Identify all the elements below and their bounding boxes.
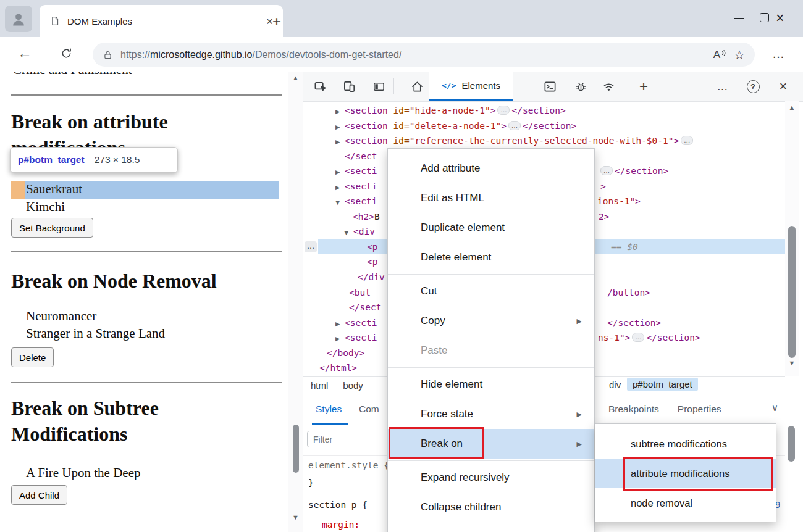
web-page-content: Crime and Punishment Break on attribute … [0,72,288,532]
tab-computed[interactable]: Com [359,404,379,415]
node-actions-icon[interactable]: … [305,241,317,252]
disclosure-arrow-icon[interactable]: ▼ [335,195,345,210]
close-devtools-icon[interactable]: × [775,79,791,94]
disclosure-arrow-icon[interactable]: ▶ [335,104,345,120]
delete-button[interactable]: Delete [11,347,54,367]
inline-expand-icon[interactable]: … [600,166,613,175]
disclosure-arrow-icon[interactable]: ▶ [335,135,345,150]
rule-element-style[interactable]: element.style { [308,458,389,473]
disclosure-arrow-icon[interactable]: ▶ [335,120,345,135]
menu-item-hide-element[interactable]: Hide element [388,370,594,399]
menu-item-duplicate-element[interactable]: Duplicate element [388,213,594,243]
read-aloud-icon[interactable]: A [713,49,726,61]
set-background-button[interactable]: Set Background [11,218,93,238]
new-tab-button[interactable]: + [272,14,281,29]
menu-item-expand-recursively[interactable]: Expand recursively [388,463,594,493]
dom-tree-row[interactable]: ▶<section id="hide-a-node-1">…</section> [303,103,785,118]
more-options-icon[interactable]: … [715,79,731,94]
menu-item-paste[interactable]: Paste [388,336,594,365]
window-close-button[interactable]: × [776,10,784,27]
inline-expand-icon[interactable]: … [681,136,693,145]
code-token: </section> [615,166,668,176]
dom-tree-row[interactable]: ▶<section id="delete-a-node-1">…</sectio… [303,118,785,134]
settings-more-icon[interactable]: … [772,47,785,61]
menu-item-cut[interactable]: Cut [388,276,594,306]
favorites-star-icon[interactable]: ☆ [734,48,745,62]
devtools-scrollbar[interactable]: ▲ ▼ [785,101,799,376]
scrollbar-thumb[interactable] [293,425,299,473]
dock-side-icon[interactable] [371,79,387,94]
console-icon[interactable] [542,79,558,94]
code-token: "hide-a-node-1" [410,106,490,115]
menu-item-label: Collapse children [421,501,501,513]
disclosure-arrow-icon[interactable]: ▶ [335,165,345,180]
inline-expand-icon[interactable]: … [508,121,521,130]
code-token: /button> [607,288,650,297]
menu-item-label: attribute modifications [631,468,730,480]
page-scrollbar[interactable]: ▲ ▼ [288,72,303,532]
breadcrumb-item[interactable]: div [609,380,621,390]
disclosure-arrow-icon[interactable]: ▶ [335,331,345,347]
tab-properties[interactable]: Properties [678,404,721,415]
add-child-button[interactable]: Add Child [11,485,67,505]
tab-breakpoints[interactable]: Breakpoints [608,404,659,415]
menu-item-node-removal[interactable]: node removal [595,488,776,518]
tab-title: DOM Examples [67,16,259,27]
add-tools-icon[interactable]: + [636,79,652,94]
maximize-button[interactable] [760,13,769,22]
code-token: > [635,196,641,206]
menu-item-add-attribute[interactable]: Add attribute [388,154,594,183]
profile-avatar[interactable] [5,6,32,32]
menu-item-force-state[interactable]: Force state▶ [388,399,594,429]
minimize-button[interactable] [734,18,744,19]
device-emulation-icon[interactable] [341,79,357,94]
browser-tab[interactable]: DOM Examples × [40,5,283,37]
disclosure-arrow-icon[interactable]: ▼ [344,225,353,241]
code-token: == $0 [611,242,638,252]
network-wifi-icon[interactable] [600,79,616,94]
breadcrumb-item[interactable]: html [311,380,328,391]
rule-selector[interactable]: section p { [308,497,368,512]
code-token: <div [353,227,375,236]
breadcrumb-item[interactable]: body [343,380,363,391]
inline-expand-icon[interactable]: … [497,106,510,115]
menu-item-break-on[interactable]: Break on▶ [388,429,594,459]
menu-item-capture-node-screenshot[interactable]: Capture node screenshot [388,522,594,532]
tab-elements[interactable]: </> Elements [429,72,513,101]
styles-scrollbar-thumb[interactable] [788,426,795,462]
menu-item-attribute-modifications[interactable]: attribute modifications [595,459,776,488]
scrollbar-thumb[interactable] [788,226,796,358]
submenu-arrow-icon: ▶ [577,440,582,448]
menu-separator [388,272,594,276]
menu-item-copy[interactable]: Copy▶ [388,306,594,336]
inspect-highlighted-element[interactable]: Sauerkraut [11,181,279,199]
menu-item-collapse-children[interactable]: Collapse children [388,493,594,522]
inline-expand-icon[interactable]: … [632,333,644,342]
scroll-down-icon[interactable]: ▼ [785,359,799,367]
menu-item-delete-element[interactable]: Delete element [388,243,594,272]
menu-item-label: Expand recursively [421,472,510,484]
rule-declaration[interactable]: margin:▶ [322,517,394,532]
refresh-button[interactable] [60,47,73,60]
home-icon[interactable] [409,79,425,94]
debugger-bug-icon[interactable] [573,79,589,94]
disclosure-arrow-icon[interactable]: ▶ [335,317,345,332]
menu-item-edit-as-html[interactable]: Edit as HTML [388,183,594,213]
scroll-down-icon[interactable]: ▼ [288,513,303,521]
scroll-up-icon[interactable]: ▲ [785,104,799,111]
code-token: <section [345,121,388,131]
code-token: > [600,181,606,191]
dom-tree-row[interactable]: ▶<section id="reference-the-currently-se… [303,133,785,149]
menu-item-subtree-modifications[interactable]: subtree modifications [595,429,776,459]
url-text[interactable]: https://microsoftedge.github.io/Demos/de… [120,49,706,60]
inspect-tool-icon[interactable] [312,79,328,94]
help-icon[interactable]: ? [745,79,761,94]
address-bar[interactable]: https://microsoftedge.github.io/Demos/de… [93,43,755,67]
tab-styles[interactable]: Styles [316,404,342,415]
chevron-down-icon[interactable]: ∨ [771,402,778,414]
code-token: "delete-a-node-1" [410,121,501,131]
breadcrumb-item-selected[interactable]: p#botm_target [627,378,698,391]
back-button[interactable]: ← [17,44,32,62]
disclosure-arrow-icon[interactable]: ▶ [335,180,345,196]
scroll-up-icon[interactable]: ▲ [288,74,303,81]
